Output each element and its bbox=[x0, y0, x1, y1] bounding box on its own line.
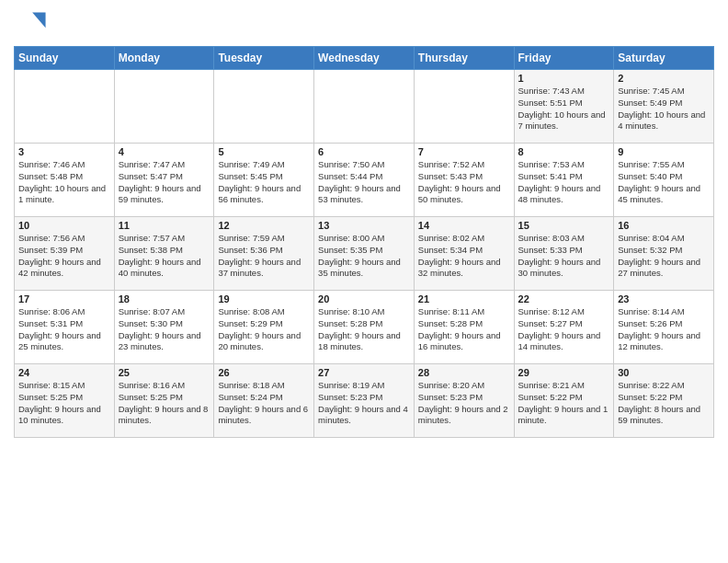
day-number: 24 bbox=[18, 367, 110, 378]
day-number: 2 bbox=[618, 73, 710, 84]
calendar-cell: 8Sunrise: 7:53 AM Sunset: 5:41 PM Daylig… bbox=[514, 144, 614, 217]
calendar-cell bbox=[15, 70, 115, 144]
day-number: 20 bbox=[318, 293, 410, 304]
day-info: Sunrise: 7:59 AM Sunset: 5:36 PM Dayligh… bbox=[218, 233, 310, 280]
calendar-cell bbox=[414, 70, 514, 144]
calendar-cell: 1Sunrise: 7:43 AM Sunset: 5:51 PM Daylig… bbox=[514, 70, 614, 144]
calendar-cell: 15Sunrise: 8:03 AM Sunset: 5:33 PM Dayli… bbox=[514, 217, 614, 291]
weekday-header: Saturday bbox=[614, 47, 714, 70]
day-number: 11 bbox=[119, 220, 210, 231]
calendar-cell: 14Sunrise: 8:02 AM Sunset: 5:34 PM Dayli… bbox=[414, 217, 514, 291]
logo bbox=[14, 9, 51, 42]
calendar-cell: 20Sunrise: 8:10 AM Sunset: 5:28 PM Dayli… bbox=[314, 291, 415, 364]
day-number: 30 bbox=[618, 367, 710, 378]
day-info: Sunrise: 7:47 AM Sunset: 5:47 PM Dayligh… bbox=[119, 159, 210, 206]
day-number: 19 bbox=[218, 293, 310, 304]
day-info: Sunrise: 8:16 AM Sunset: 5:25 PM Dayligh… bbox=[119, 380, 210, 427]
calendar-cell bbox=[214, 70, 314, 144]
day-number: 22 bbox=[518, 293, 610, 304]
day-number: 1 bbox=[518, 73, 610, 84]
day-info: Sunrise: 8:00 AM Sunset: 5:35 PM Dayligh… bbox=[318, 233, 410, 280]
day-number: 7 bbox=[418, 146, 510, 157]
day-number: 3 bbox=[18, 146, 110, 157]
day-info: Sunrise: 8:02 AM Sunset: 5:34 PM Dayligh… bbox=[418, 233, 510, 280]
day-info: Sunrise: 8:04 AM Sunset: 5:32 PM Dayligh… bbox=[618, 233, 710, 280]
calendar-week-row: 1Sunrise: 7:43 AM Sunset: 5:51 PM Daylig… bbox=[15, 70, 714, 144]
calendar-week-row: 24Sunrise: 8:15 AM Sunset: 5:25 PM Dayli… bbox=[15, 364, 714, 438]
calendar-cell: 7Sunrise: 7:52 AM Sunset: 5:43 PM Daylig… bbox=[414, 144, 514, 217]
day-number: 21 bbox=[418, 293, 510, 304]
day-number: 27 bbox=[318, 367, 410, 378]
day-number: 4 bbox=[119, 146, 210, 157]
calendar-cell: 24Sunrise: 8:15 AM Sunset: 5:25 PM Dayli… bbox=[15, 364, 115, 438]
calendar-cell: 18Sunrise: 8:07 AM Sunset: 5:30 PM Dayli… bbox=[114, 291, 214, 364]
calendar-cell: 12Sunrise: 7:59 AM Sunset: 5:36 PM Dayli… bbox=[214, 217, 314, 291]
calendar-cell: 17Sunrise: 8:06 AM Sunset: 5:31 PM Dayli… bbox=[15, 291, 115, 364]
day-number: 8 bbox=[518, 146, 610, 157]
day-number: 16 bbox=[618, 220, 710, 231]
header bbox=[14, 9, 714, 42]
page: SundayMondayTuesdayWednesdayThursdayFrid… bbox=[0, 0, 728, 447]
day-info: Sunrise: 8:19 AM Sunset: 5:23 PM Dayligh… bbox=[318, 380, 410, 427]
day-info: Sunrise: 8:22 AM Sunset: 5:22 PM Dayligh… bbox=[618, 380, 710, 427]
day-info: Sunrise: 8:08 AM Sunset: 5:29 PM Dayligh… bbox=[218, 306, 310, 353]
svg-marker-0 bbox=[32, 13, 45, 29]
day-info: Sunrise: 8:15 AM Sunset: 5:25 PM Dayligh… bbox=[18, 380, 110, 427]
day-info: Sunrise: 8:14 AM Sunset: 5:26 PM Dayligh… bbox=[618, 306, 710, 353]
day-number: 18 bbox=[119, 293, 210, 304]
calendar-cell: 16Sunrise: 8:04 AM Sunset: 5:32 PM Dayli… bbox=[614, 217, 714, 291]
day-info: Sunrise: 7:53 AM Sunset: 5:41 PM Dayligh… bbox=[518, 159, 610, 206]
weekday-header: Wednesday bbox=[314, 47, 415, 70]
day-number: 12 bbox=[218, 220, 310, 231]
calendar-cell: 11Sunrise: 7:57 AM Sunset: 5:38 PM Dayli… bbox=[114, 217, 214, 291]
calendar-header: SundayMondayTuesdayWednesdayThursdayFrid… bbox=[15, 47, 714, 70]
day-number: 5 bbox=[218, 146, 310, 157]
day-info: Sunrise: 7:52 AM Sunset: 5:43 PM Dayligh… bbox=[418, 159, 510, 206]
day-info: Sunrise: 7:49 AM Sunset: 5:45 PM Dayligh… bbox=[218, 159, 310, 206]
day-info: Sunrise: 7:50 AM Sunset: 5:44 PM Dayligh… bbox=[318, 159, 410, 206]
day-number: 17 bbox=[18, 293, 110, 304]
weekday-header: Friday bbox=[514, 47, 614, 70]
calendar-cell bbox=[314, 70, 415, 144]
calendar-cell: 26Sunrise: 8:18 AM Sunset: 5:24 PM Dayli… bbox=[214, 364, 314, 438]
day-info: Sunrise: 8:03 AM Sunset: 5:33 PM Dayligh… bbox=[518, 233, 610, 280]
day-info: Sunrise: 8:10 AM Sunset: 5:28 PM Dayligh… bbox=[318, 306, 410, 353]
day-info: Sunrise: 8:18 AM Sunset: 5:24 PM Dayligh… bbox=[218, 380, 310, 427]
day-number: 14 bbox=[418, 220, 510, 231]
calendar-cell: 6Sunrise: 7:50 AM Sunset: 5:44 PM Daylig… bbox=[314, 144, 415, 217]
day-info: Sunrise: 8:21 AM Sunset: 5:22 PM Dayligh… bbox=[518, 380, 610, 427]
day-info: Sunrise: 8:06 AM Sunset: 5:31 PM Dayligh… bbox=[18, 306, 110, 353]
calendar-week-row: 17Sunrise: 8:06 AM Sunset: 5:31 PM Dayli… bbox=[15, 291, 714, 364]
weekday-row: SundayMondayTuesdayWednesdayThursdayFrid… bbox=[15, 47, 714, 70]
day-number: 25 bbox=[119, 367, 210, 378]
day-info: Sunrise: 7:45 AM Sunset: 5:49 PM Dayligh… bbox=[618, 86, 710, 132]
calendar-table: SundayMondayTuesdayWednesdayThursdayFrid… bbox=[14, 46, 714, 438]
calendar-cell: 28Sunrise: 8:20 AM Sunset: 5:23 PM Dayli… bbox=[414, 364, 514, 438]
day-number: 29 bbox=[518, 367, 610, 378]
calendar-week-row: 10Sunrise: 7:56 AM Sunset: 5:39 PM Dayli… bbox=[15, 217, 714, 291]
day-info: Sunrise: 8:11 AM Sunset: 5:28 PM Dayligh… bbox=[418, 306, 510, 353]
calendar-body: 1Sunrise: 7:43 AM Sunset: 5:51 PM Daylig… bbox=[15, 70, 714, 438]
calendar-cell: 13Sunrise: 8:00 AM Sunset: 5:35 PM Dayli… bbox=[314, 217, 415, 291]
day-number: 23 bbox=[618, 293, 710, 304]
day-info: Sunrise: 7:56 AM Sunset: 5:39 PM Dayligh… bbox=[18, 233, 110, 280]
calendar-cell: 10Sunrise: 7:56 AM Sunset: 5:39 PM Dayli… bbox=[15, 217, 115, 291]
day-info: Sunrise: 7:57 AM Sunset: 5:38 PM Dayligh… bbox=[119, 233, 210, 280]
day-number: 26 bbox=[218, 367, 310, 378]
logo-icon bbox=[14, 9, 47, 42]
day-number: 15 bbox=[518, 220, 610, 231]
calendar-cell: 30Sunrise: 8:22 AM Sunset: 5:22 PM Dayli… bbox=[614, 364, 714, 438]
weekday-header: Tuesday bbox=[214, 47, 314, 70]
calendar-cell: 5Sunrise: 7:49 AM Sunset: 5:45 PM Daylig… bbox=[214, 144, 314, 217]
day-info: Sunrise: 7:43 AM Sunset: 5:51 PM Dayligh… bbox=[518, 86, 610, 132]
calendar-cell: 4Sunrise: 7:47 AM Sunset: 5:47 PM Daylig… bbox=[114, 144, 214, 217]
day-info: Sunrise: 7:55 AM Sunset: 5:40 PM Dayligh… bbox=[618, 159, 710, 206]
day-number: 28 bbox=[418, 367, 510, 378]
calendar-cell bbox=[114, 70, 214, 144]
day-number: 10 bbox=[18, 220, 110, 231]
calendar-cell: 23Sunrise: 8:14 AM Sunset: 5:26 PM Dayli… bbox=[614, 291, 714, 364]
calendar-week-row: 3Sunrise: 7:46 AM Sunset: 5:48 PM Daylig… bbox=[15, 144, 714, 217]
calendar-cell: 9Sunrise: 7:55 AM Sunset: 5:40 PM Daylig… bbox=[614, 144, 714, 217]
weekday-header: Thursday bbox=[414, 47, 514, 70]
calendar-cell: 25Sunrise: 8:16 AM Sunset: 5:25 PM Dayli… bbox=[114, 364, 214, 438]
